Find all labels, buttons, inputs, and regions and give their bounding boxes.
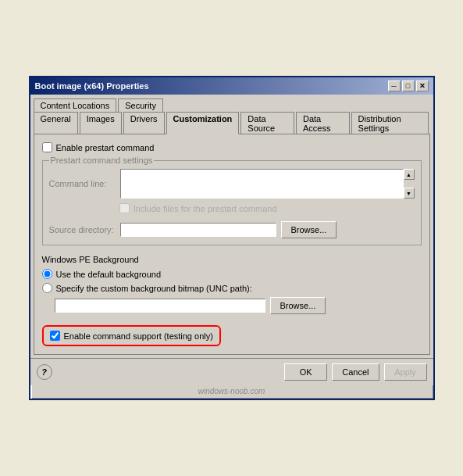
enable-prestart-label: Enable prestart command xyxy=(56,143,155,152)
dialog-content: Content Locations Security General Image… xyxy=(30,95,433,358)
tab-content-locations[interactable]: Content Locations xyxy=(34,98,117,112)
scroll-down-btn[interactable]: ▼ xyxy=(404,188,415,199)
command-line-input-area: ▲ ▼ xyxy=(120,169,415,199)
command-scrollbar: ▲ ▼ xyxy=(404,169,415,199)
groupbox-legend: Prestart command settings xyxy=(49,156,155,165)
source-directory-label: Source directory: xyxy=(49,225,116,234)
titlebar-buttons: ─ □ ✕ xyxy=(388,81,429,91)
radio-custom-label: Specify the custom background bitmap (UN… xyxy=(56,284,252,293)
radio-custom[interactable] xyxy=(42,283,52,293)
tab-panel-customization: Enable prestart command Prestart command… xyxy=(34,134,430,355)
minimize-button[interactable]: ─ xyxy=(388,81,401,91)
radio-default[interactable] xyxy=(42,269,52,279)
radio-default-row: Use the default background xyxy=(42,269,422,279)
tab-row-1: Content Locations Security xyxy=(34,98,430,111)
browse-button-1[interactable]: Browse... xyxy=(281,221,337,238)
help-icon[interactable]: ? xyxy=(37,364,52,380)
maximize-button[interactable]: □ xyxy=(402,81,415,91)
tab-customization[interactable]: Customization xyxy=(166,112,240,134)
source-directory-row: Source directory: Browse... xyxy=(49,221,415,238)
apply-button[interactable]: Apply xyxy=(384,363,427,381)
enable-prestart-row: Enable prestart command xyxy=(42,142,422,152)
radio-custom-row: Specify the custom background bitmap (UN… xyxy=(42,283,422,293)
command-line-label: Command line: xyxy=(49,179,116,188)
tab-security[interactable]: Security xyxy=(118,98,163,112)
prestart-groupbox: Prestart command settings Command line: … xyxy=(42,160,422,245)
browse-button-2[interactable]: Browse... xyxy=(270,297,326,314)
radio-default-label: Use the default background xyxy=(56,270,162,279)
cancel-button[interactable]: Cancel xyxy=(332,363,379,381)
bottom-bar: ? OK Cancel Apply xyxy=(30,358,433,385)
main-window: Boot image (x64) Properties ─ □ ✕ Conten… xyxy=(29,76,435,400)
command-line-row: Command line: ▲ ▼ xyxy=(49,169,415,199)
window-title: Boot image (x64) Properties xyxy=(35,81,149,91)
ok-button[interactable]: OK xyxy=(284,363,327,381)
enable-command-label: Enable command support (testing only) xyxy=(64,331,213,341)
tab-row-2: General Images Drivers Customization Dat… xyxy=(34,111,430,134)
tab-general[interactable]: General xyxy=(34,112,78,134)
enable-prestart-checkbox[interactable] xyxy=(42,142,52,152)
source-directory-input[interactable] xyxy=(120,223,276,237)
close-button[interactable]: ✕ xyxy=(416,81,429,91)
enable-command-highlight-box: Enable command support (testing only) xyxy=(42,325,221,346)
windows-pe-background-label: Windows PE Background xyxy=(42,255,422,264)
titlebar: Boot image (x64) Properties ─ □ ✕ xyxy=(30,77,433,95)
dialog-buttons: OK Cancel Apply xyxy=(284,363,426,381)
tab-data-source[interactable]: Data Source xyxy=(240,112,294,134)
include-files-row: Include files for the prestart command xyxy=(49,203,415,213)
scroll-up-btn[interactable]: ▲ xyxy=(404,169,415,180)
enable-command-checkbox[interactable] xyxy=(50,331,60,341)
tab-distribution-settings[interactable]: Distribution Settings xyxy=(351,112,429,134)
include-files-label: Include files for the prestart command xyxy=(134,204,277,213)
custom-bg-input[interactable] xyxy=(55,299,265,313)
watermark: windows-noob.com xyxy=(30,385,433,399)
include-files-checkbox[interactable] xyxy=(119,203,130,213)
command-line-input[interactable] xyxy=(120,169,404,199)
custom-bg-browse-row: Browse... xyxy=(42,297,422,314)
tab-data-access[interactable]: Data Access xyxy=(296,112,350,134)
tab-images[interactable]: Images xyxy=(80,112,122,134)
tab-drivers[interactable]: Drivers xyxy=(123,112,165,134)
